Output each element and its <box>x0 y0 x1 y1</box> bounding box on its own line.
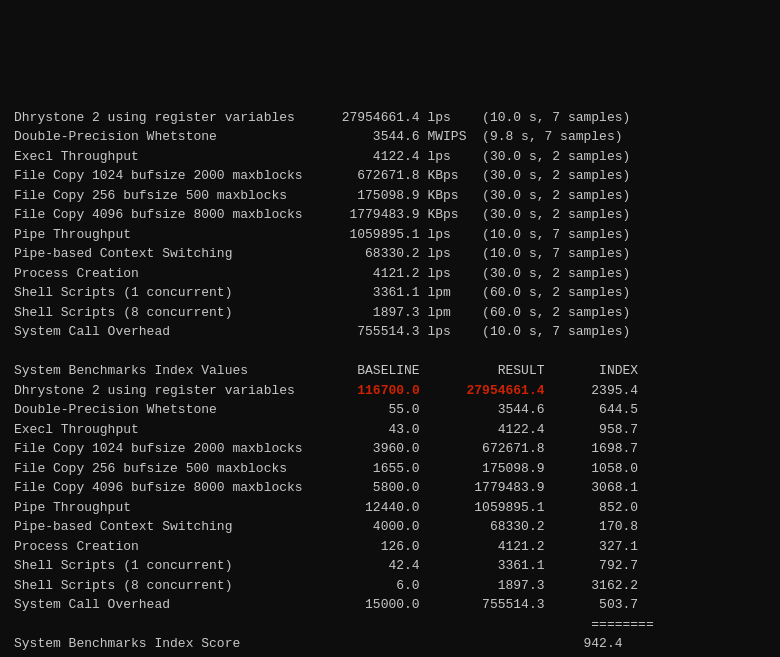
index-table-row: Pipe Throughput 12440.0 1059895.1 852.0 <box>14 500 638 515</box>
index-table-row: Process Creation 126.0 4121.2 327.1 <box>14 539 638 554</box>
benchmarks-section: Dhrystone 2 using register variables 279… <box>14 108 766 342</box>
index-table-row: File Copy 256 bufsize 500 maxblocks 1655… <box>14 461 638 476</box>
watermark-text: 116700.0 27954661.4 <box>326 383 544 398</box>
benchmark-row: Process Creation 4121.2 lps (30.0 s, 2 s… <box>14 266 630 281</box>
index-table-row: Shell Scripts (8 concurrent) 6.0 1897.3 … <box>14 578 638 593</box>
benchmark-row: Pipe Throughput 1059895.1 lps (10.0 s, 7… <box>14 227 630 242</box>
benchmark-row: Double-Precision Whetstone 3544.6 MWIPS … <box>14 129 623 144</box>
index-table-row: System Call Overhead 15000.0 755514.3 50… <box>14 597 638 612</box>
benchmark-row: Shell Scripts (1 concurrent) 3361.1 lpm … <box>14 285 630 300</box>
benchmark-row: Dhrystone 2 using register variables 279… <box>14 110 630 125</box>
score-line: System Benchmarks Index Score 942.4 <box>14 636 623 651</box>
index-table-section: System Benchmarks Index Values BASELINE … <box>14 342 766 654</box>
index-table-row: Pipe-based Context Switching 4000.0 6833… <box>14 519 638 534</box>
index-table-row: Execl Throughput 43.0 4122.4 958.7 <box>14 422 638 437</box>
benchmark-row: Execl Throughput 4122.4 lps (30.0 s, 2 s… <box>14 149 630 164</box>
index-table-row: Double-Precision Whetstone 55.0 3544.6 6… <box>14 402 638 417</box>
benchmark-row: Pipe-based Context Switching 68330.2 lps… <box>14 246 630 261</box>
index-table-row: Shell Scripts (1 concurrent) 42.4 3361.1… <box>14 558 638 573</box>
equals-line: ======== <box>14 617 654 632</box>
benchmark-row: File Copy 4096 bufsize 8000 maxblocks 17… <box>14 207 630 222</box>
index-row-watermark: Dhrystone 2 using register variables 116… <box>14 383 638 398</box>
index-table-row: File Copy 4096 bufsize 8000 maxblocks 58… <box>14 480 638 495</box>
index-table-row: File Copy 1024 bufsize 2000 maxblocks 39… <box>14 441 638 456</box>
benchmark-row: File Copy 256 bufsize 500 maxblocks 1750… <box>14 188 630 203</box>
run2-section: ----------------------------------------… <box>14 654 766 658</box>
benchmark-row: System Call Overhead 755514.3 lps (10.0 … <box>14 324 630 339</box>
benchmark-row: Shell Scripts (8 concurrent) 1897.3 lpm … <box>14 305 630 320</box>
index-table-header: System Benchmarks Index Values BASELINE … <box>14 363 638 378</box>
terminal-output <box>14 10 766 108</box>
benchmark-row: File Copy 1024 bufsize 2000 maxblocks 67… <box>14 168 630 183</box>
